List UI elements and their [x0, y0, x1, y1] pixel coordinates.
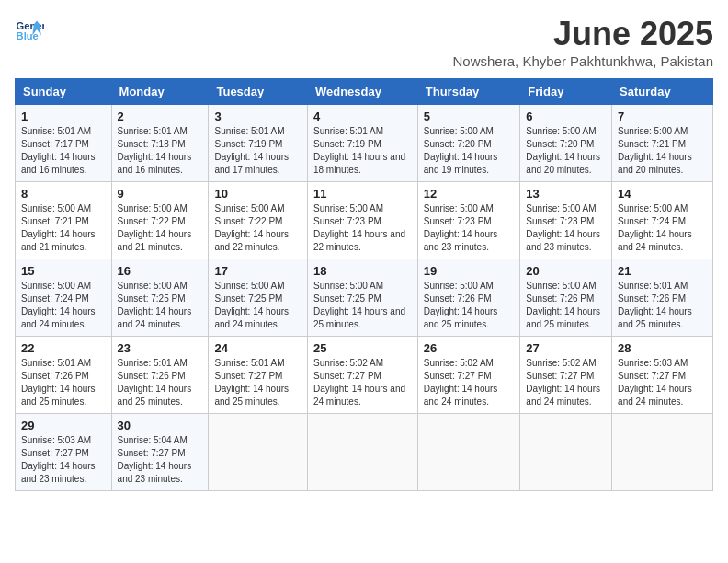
calendar-week-3: 15 Sunrise: 5:00 AMSunset: 7:24 PMDaylig…	[16, 259, 713, 337]
day-info: Sunrise: 5:00 AMSunset: 7:20 PMDaylight:…	[424, 126, 498, 175]
calendar-cell: 14 Sunrise: 5:00 AMSunset: 7:24 PMDaylig…	[612, 182, 713, 259]
day-info: Sunrise: 5:00 AMSunset: 7:21 PMDaylight:…	[21, 203, 96, 252]
day-number: 29	[21, 419, 106, 432]
calendar-week-2: 8 Sunrise: 5:00 AMSunset: 7:21 PMDayligh…	[16, 182, 713, 259]
calendar-week-4: 22 Sunrise: 5:01 AMSunset: 7:26 PMDaylig…	[16, 337, 713, 414]
day-info: Sunrise: 5:01 AMSunset: 7:18 PMDaylight:…	[118, 126, 192, 175]
day-info: Sunrise: 5:00 AMSunset: 7:23 PMDaylight:…	[526, 203, 600, 252]
calendar-cell: 1 Sunrise: 5:01 AMSunset: 7:17 PMDayligh…	[16, 105, 112, 182]
day-number: 21	[618, 264, 707, 278]
day-number: 10	[214, 187, 301, 201]
day-number: 9	[118, 187, 203, 201]
calendar-cell: 16 Sunrise: 5:00 AMSunset: 7:25 PMDaylig…	[111, 259, 209, 337]
day-number: 3	[214, 109, 301, 123]
day-info: Sunrise: 5:00 AMSunset: 7:26 PMDaylight:…	[424, 281, 498, 329]
calendar-cell: 15 Sunrise: 5:00 AMSunset: 7:24 PMDaylig…	[16, 259, 112, 337]
day-info: Sunrise: 5:00 AMSunset: 7:21 PMDaylight:…	[618, 126, 692, 175]
day-header-friday: Friday	[520, 79, 612, 105]
calendar-cell: 19 Sunrise: 5:00 AMSunset: 7:26 PMDaylig…	[417, 259, 520, 337]
day-info: Sunrise: 5:03 AMSunset: 7:27 PMDaylight:…	[21, 435, 96, 484]
calendar-cell: 2 Sunrise: 5:01 AMSunset: 7:18 PMDayligh…	[111, 105, 209, 182]
calendar-cell: 8 Sunrise: 5:00 AMSunset: 7:21 PMDayligh…	[16, 182, 112, 259]
day-info: Sunrise: 5:00 AMSunset: 7:23 PMDaylight:…	[313, 203, 405, 252]
calendar-cell: 4 Sunrise: 5:01 AMSunset: 7:19 PMDayligh…	[307, 105, 417, 182]
day-number: 14	[618, 187, 707, 201]
day-info: Sunrise: 5:01 AMSunset: 7:19 PMDaylight:…	[214, 126, 289, 175]
day-number: 12	[424, 187, 515, 201]
calendar-cell: 25 Sunrise: 5:02 AMSunset: 7:27 PMDaylig…	[307, 337, 417, 414]
day-number: 11	[313, 187, 412, 201]
day-info: Sunrise: 5:00 AMSunset: 7:23 PMDaylight:…	[424, 203, 498, 252]
day-number: 24	[214, 341, 301, 355]
day-number: 19	[424, 264, 515, 278]
day-info: Sunrise: 5:00 AMSunset: 7:25 PMDaylight:…	[118, 281, 192, 329]
day-info: Sunrise: 5:02 AMSunset: 7:27 PMDaylight:…	[526, 358, 600, 407]
calendar-cell: 27 Sunrise: 5:02 AMSunset: 7:27 PMDaylig…	[520, 337, 612, 414]
calendar-cell: 3 Sunrise: 5:01 AMSunset: 7:19 PMDayligh…	[209, 105, 308, 182]
day-info: Sunrise: 5:00 AMSunset: 7:25 PMDaylight:…	[313, 281, 405, 329]
day-number: 20	[526, 264, 606, 278]
calendar-cell	[520, 414, 612, 491]
day-info: Sunrise: 5:01 AMSunset: 7:19 PMDaylight:…	[313, 126, 405, 175]
calendar-cell: 18 Sunrise: 5:00 AMSunset: 7:25 PMDaylig…	[307, 259, 417, 337]
day-info: Sunrise: 5:04 AMSunset: 7:27 PMDaylight:…	[118, 435, 192, 484]
day-number: 13	[526, 187, 606, 201]
day-number: 27	[526, 341, 606, 355]
day-number: 22	[21, 341, 106, 355]
day-info: Sunrise: 5:01 AMSunset: 7:26 PMDaylight:…	[21, 358, 96, 407]
day-info: Sunrise: 5:00 AMSunset: 7:22 PMDaylight:…	[214, 203, 289, 252]
day-number: 23	[118, 341, 203, 355]
day-info: Sunrise: 5:00 AMSunset: 7:22 PMDaylight:…	[118, 203, 192, 252]
calendar-cell: 30 Sunrise: 5:04 AMSunset: 7:27 PMDaylig…	[111, 414, 209, 491]
calendar-cell	[209, 414, 308, 491]
day-number: 1	[21, 109, 106, 123]
calendar-cell: 10 Sunrise: 5:00 AMSunset: 7:22 PMDaylig…	[209, 182, 308, 259]
day-info: Sunrise: 5:01 AMSunset: 7:17 PMDaylight:…	[21, 126, 96, 175]
calendar-cell: 21 Sunrise: 5:01 AMSunset: 7:26 PMDaylig…	[612, 259, 713, 337]
day-number: 26	[424, 341, 515, 355]
calendar-cell: 12 Sunrise: 5:00 AMSunset: 7:23 PMDaylig…	[417, 182, 520, 259]
day-info: Sunrise: 5:01 AMSunset: 7:26 PMDaylight:…	[618, 281, 692, 329]
day-number: 4	[313, 109, 412, 123]
calendar-cell: 26 Sunrise: 5:02 AMSunset: 7:27 PMDaylig…	[417, 337, 520, 414]
day-info: Sunrise: 5:03 AMSunset: 7:27 PMDaylight:…	[618, 358, 692, 407]
day-number: 5	[424, 109, 515, 123]
logo: General Blue	[15, 15, 44, 44]
day-header-sunday: Sunday	[16, 79, 112, 105]
day-info: Sunrise: 5:02 AMSunset: 7:27 PMDaylight:…	[313, 358, 405, 407]
page-header: General Blue June 2025 Nowshera, Khyber …	[15, 15, 713, 69]
calendar-cell: 22 Sunrise: 5:01 AMSunset: 7:26 PMDaylig…	[16, 337, 112, 414]
calendar-cell: 11 Sunrise: 5:00 AMSunset: 7:23 PMDaylig…	[307, 182, 417, 259]
day-header-monday: Monday	[111, 79, 209, 105]
day-number: 15	[21, 264, 106, 278]
day-number: 16	[118, 264, 203, 278]
day-info: Sunrise: 5:01 AMSunset: 7:26 PMDaylight:…	[118, 358, 192, 407]
calendar-table: SundayMondayTuesdayWednesdayThursdayFrid…	[15, 78, 713, 491]
day-header-saturday: Saturday	[612, 79, 713, 105]
calendar-cell: 9 Sunrise: 5:00 AMSunset: 7:22 PMDayligh…	[111, 182, 209, 259]
title-section: June 2025 Nowshera, Khyber Pakhtunkhwa, …	[453, 15, 713, 69]
day-number: 28	[618, 341, 707, 355]
calendar-cell: 28 Sunrise: 5:03 AMSunset: 7:27 PMDaylig…	[612, 337, 713, 414]
day-number: 25	[313, 341, 412, 355]
calendar-cell	[612, 414, 713, 491]
calendar-cell: 29 Sunrise: 5:03 AMSunset: 7:27 PMDaylig…	[16, 414, 112, 491]
calendar-cell: 13 Sunrise: 5:00 AMSunset: 7:23 PMDaylig…	[520, 182, 612, 259]
calendar-cell: 20 Sunrise: 5:00 AMSunset: 7:26 PMDaylig…	[520, 259, 612, 337]
calendar-title: June 2025	[453, 15, 713, 53]
calendar-cell: 6 Sunrise: 5:00 AMSunset: 7:20 PMDayligh…	[520, 105, 612, 182]
calendar-cell	[417, 414, 520, 491]
calendar-cell: 17 Sunrise: 5:00 AMSunset: 7:25 PMDaylig…	[209, 259, 308, 337]
calendar-week-5: 29 Sunrise: 5:03 AMSunset: 7:27 PMDaylig…	[16, 414, 713, 491]
day-info: Sunrise: 5:00 AMSunset: 7:26 PMDaylight:…	[526, 281, 600, 329]
day-number: 30	[118, 419, 203, 432]
calendar-subtitle: Nowshera, Khyber Pakhtunkhwa, Pakistan	[453, 53, 713, 69]
day-number: 2	[118, 109, 203, 123]
svg-text:Blue: Blue	[17, 30, 39, 41]
day-number: 6	[526, 109, 606, 123]
day-header-tuesday: Tuesday	[209, 79, 308, 105]
calendar-cell	[307, 414, 417, 491]
calendar-week-1: 1 Sunrise: 5:01 AMSunset: 7:17 PMDayligh…	[16, 105, 713, 182]
calendar-cell: 5 Sunrise: 5:00 AMSunset: 7:20 PMDayligh…	[417, 105, 520, 182]
day-header-wednesday: Wednesday	[307, 79, 417, 105]
